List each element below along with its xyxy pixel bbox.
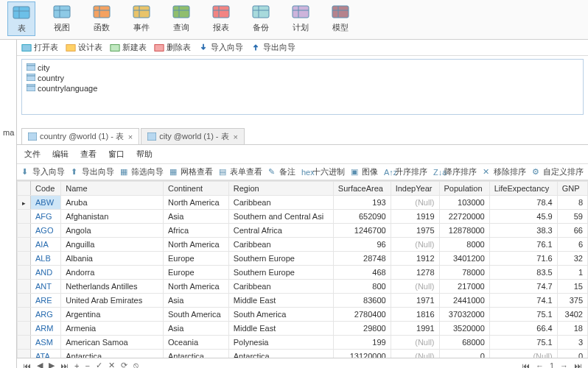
cell[interactable]: Europe: [164, 252, 229, 266]
ribbon-function[interactable]: 函数: [88, 1, 115, 36]
table-row[interactable]: ATAAntarcticaAntarcticaAntarctica1312000…: [18, 350, 588, 358]
cell[interactable]: 1991: [391, 322, 439, 336]
menu-查看[interactable]: 查看: [80, 149, 97, 160]
nav-refresh[interactable]: ⟳: [121, 361, 127, 368]
cell[interactable]: 1971: [391, 294, 439, 308]
cell[interactable]: Oceania: [164, 336, 229, 350]
table-row[interactable]: ASMAmerican SamoaOceaniaPolynesia199(Nul…: [18, 336, 588, 350]
cell[interactable]: 66: [557, 224, 587, 238]
cell[interactable]: Aruba: [61, 196, 164, 210]
cell[interactable]: AFG: [31, 210, 61, 224]
column-LifeExpectancy[interactable]: LifeExpectancy: [489, 182, 557, 196]
menu-编辑[interactable]: 编辑: [52, 149, 69, 160]
cell[interactable]: (Null): [391, 280, 439, 294]
cell[interactable]: Angola: [61, 224, 164, 238]
cell[interactable]: (Null): [391, 350, 439, 358]
nav-ok[interactable]: ✓: [96, 361, 102, 368]
table-row[interactable]: ALBAlbaniaEuropeSouthern Europe287481912…: [18, 252, 588, 266]
cell[interactable]: AGO: [31, 224, 61, 238]
cell[interactable]: AND: [31, 266, 61, 280]
column-SurfaceArea[interactable]: SurfaceArea: [333, 182, 391, 196]
cell[interactable]: (Null): [489, 350, 557, 358]
tool-9[interactable]: Z↓a降序排序: [433, 166, 477, 177]
cell[interactable]: 12878000: [439, 224, 489, 238]
cell[interactable]: (Null): [391, 336, 439, 350]
cell[interactable]: 75.1: [489, 308, 557, 322]
cell[interactable]: Caribbean: [228, 280, 333, 294]
cell[interactable]: 2441000: [439, 294, 489, 308]
cell[interactable]: 3: [557, 336, 587, 350]
ribbon-report[interactable]: 报表: [208, 1, 234, 36]
data-grid[interactable]: CodeNameContinentRegionSurfaceAreaIndepY…: [17, 181, 588, 358]
ribbon-table[interactable]: 表: [7, 1, 35, 36]
cell[interactable]: 96: [333, 238, 391, 252]
object-country[interactable]: country: [25, 73, 580, 83]
tab[interactable]: country @world (1) - 表×: [21, 128, 139, 144]
tool-4[interactable]: ▤表单查看: [219, 166, 262, 177]
cell[interactable]: 68000: [439, 336, 489, 350]
data-grid-wrap[interactable]: CodeNameContinentRegionSurfaceAreaIndepY…: [17, 180, 588, 358]
nav-prev[interactable]: ◀: [37, 361, 43, 368]
table-row[interactable]: AIAAnguillaNorth AmericaCaribbean96(Null…: [18, 238, 588, 252]
cell[interactable]: North America: [164, 280, 229, 294]
cell[interactable]: 0: [557, 350, 587, 358]
ribbon-backup[interactable]: 备份: [248, 1, 274, 36]
menu-窗口[interactable]: 窗口: [108, 149, 125, 160]
import-wizard-button[interactable]: 导入向导: [198, 42, 243, 53]
cell[interactable]: 1912: [391, 252, 439, 266]
new-table-button[interactable]: 新建表: [110, 42, 147, 53]
cell[interactable]: 0: [439, 350, 489, 358]
cell[interactable]: United Arab Emirates: [61, 294, 164, 308]
cell[interactable]: 1919: [391, 210, 439, 224]
cell[interactable]: AIA: [31, 238, 61, 252]
cell[interactable]: 66.4: [489, 322, 557, 336]
cell[interactable]: Albania: [61, 252, 164, 266]
nav-last[interactable]: ⏭: [60, 361, 69, 369]
tool-7[interactable]: ▣图像: [351, 166, 378, 177]
cell[interactable]: 45.9: [489, 210, 557, 224]
cell[interactable]: Middle East: [228, 294, 333, 308]
ribbon-schedule[interactable]: 计划: [287, 1, 314, 36]
menu-文件[interactable]: 文件: [24, 149, 41, 160]
cell[interactable]: 37032000: [439, 308, 489, 322]
ribbon-event[interactable]: 事件: [128, 1, 155, 36]
nav-add[interactable]: +: [74, 361, 79, 369]
column-IndepYear[interactable]: IndepYear: [391, 182, 439, 196]
tool-5[interactable]: ✎备注: [268, 166, 295, 177]
cell[interactable]: Caribbean: [228, 196, 333, 210]
table-row[interactable]: ANTNetherlands AntillesNorth AmericaCari…: [18, 280, 588, 294]
nav-stop[interactable]: ⦸: [133, 361, 139, 368]
cell[interactable]: Antarctica: [228, 350, 333, 358]
cell[interactable]: 78000: [439, 266, 489, 280]
ribbon-view[interactable]: 视图: [49, 1, 75, 36]
cell[interactable]: 3401200: [439, 252, 489, 266]
cell[interactable]: 59: [557, 210, 587, 224]
column-Region[interactable]: Region: [228, 182, 333, 196]
cell[interactable]: South America: [228, 308, 333, 322]
cell[interactable]: North America: [164, 196, 229, 210]
column-GNP[interactable]: GNP: [557, 182, 587, 196]
table-row[interactable]: AFGAfghanistanAsiaSouthern and Central A…: [18, 210, 588, 224]
cell[interactable]: 29800: [333, 322, 391, 336]
object-countrylanguage[interactable]: countrylanguage: [25, 83, 580, 93]
tool-11[interactable]: ⚙自定义排序: [532, 166, 584, 177]
close-icon[interactable]: ×: [128, 132, 133, 141]
tool-8[interactable]: A↑z升序排序: [384, 166, 427, 177]
cell[interactable]: 193: [333, 196, 391, 210]
table-row[interactable]: ARGArgentinaSouth AmericaSouth America27…: [18, 308, 588, 322]
cell[interactable]: ARM: [31, 322, 61, 336]
nav-first[interactable]: ⏮: [23, 361, 31, 369]
cell[interactable]: American Samoa: [61, 336, 164, 350]
pager-next-icon[interactable]: →: [560, 361, 568, 369]
cell[interactable]: ARG: [31, 308, 61, 322]
column-Name[interactable]: Name: [61, 182, 164, 196]
pager-first-icon[interactable]: ⏮: [522, 361, 530, 369]
pager-prev-icon[interactable]: ←: [536, 361, 544, 369]
cell[interactable]: Asia: [164, 294, 229, 308]
cell[interactable]: 1246700: [333, 224, 391, 238]
cell[interactable]: ARE: [31, 294, 61, 308]
cell[interactable]: 75.1: [489, 336, 557, 350]
tab[interactable]: city @world (1) - 表×: [141, 128, 245, 144]
cell[interactable]: 74.7: [489, 280, 557, 294]
cell[interactable]: 800: [333, 280, 391, 294]
